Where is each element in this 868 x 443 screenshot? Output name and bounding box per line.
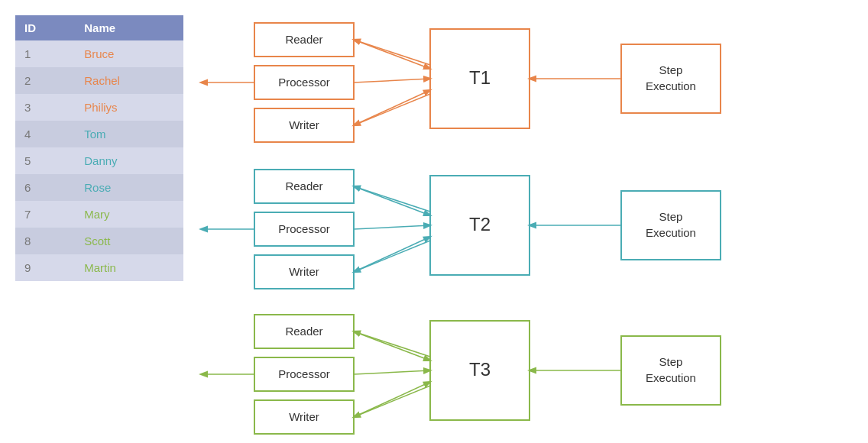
table-row: 7Mary [15, 201, 183, 228]
table-cell-id: 7 [15, 201, 75, 228]
svg-line-30 [354, 225, 430, 229]
table-cell-id: 9 [15, 254, 75, 281]
table-cell-id: 2 [15, 67, 75, 94]
svg-line-48 [354, 370, 430, 374]
svg-line-51 [354, 386, 430, 417]
svg-text:Processor: Processor [278, 76, 330, 89]
svg-text:Execution: Execution [646, 226, 696, 239]
col-header-id: ID [15, 15, 75, 40]
svg-text:Reader: Reader [285, 179, 322, 192]
table-cell-name: Rachel [75, 67, 183, 94]
table-cell-id: 3 [15, 94, 75, 121]
svg-rect-26 [621, 191, 721, 260]
table-cell-id: 6 [15, 174, 75, 201]
table-cell-name: Bruce [75, 40, 183, 67]
svg-line-50 [354, 331, 430, 357]
svg-rect-44 [621, 336, 721, 405]
svg-text:Processor: Processor [278, 367, 330, 380]
col-header-name: Name [75, 15, 183, 40]
table-row: 2Rachel [15, 67, 183, 94]
svg-text:Writer: Writer [289, 410, 319, 423]
diagram-area: Reader Processor Writer T1 Step Executio… [191, 8, 860, 435]
svg-line-12 [354, 79, 430, 82]
table-cell-id: 8 [15, 228, 75, 254]
table-cell-name: Scott [75, 228, 183, 254]
svg-text:Step: Step [659, 63, 683, 76]
svg-text:Writer: Writer [289, 265, 319, 278]
table-row: 5Danny [15, 147, 183, 174]
table-row: 6Rose [15, 174, 183, 201]
svg-text:Reader: Reader [285, 325, 322, 338]
svg-line-14 [354, 40, 430, 65]
data-table: ID Name 1Bruce2Rachel3Philiys4Tom5Danny6… [15, 15, 183, 281]
table-cell-id: 4 [15, 121, 75, 147]
table-row: 4Tom [15, 121, 183, 147]
table-row: 9Martin [15, 254, 183, 281]
svg-text:Step: Step [659, 355, 683, 368]
svg-line-33 [354, 241, 430, 272]
table-row: 1Bruce [15, 40, 183, 67]
svg-rect-8 [621, 44, 721, 113]
svg-text:T1: T1 [469, 67, 491, 88]
table-cell-name: Danny [75, 147, 183, 174]
table-cell-name: Philiys [75, 94, 183, 121]
svg-text:Step: Step [659, 210, 683, 223]
table-cell-id: 1 [15, 40, 75, 67]
table-cell-name: Martin [75, 254, 183, 281]
table-cell-name: Rose [75, 174, 183, 201]
svg-line-15 [354, 94, 430, 125]
svg-text:Processor: Processor [278, 222, 330, 235]
svg-text:Execution: Execution [646, 371, 696, 384]
table-row: 3Philiys [15, 94, 183, 121]
svg-text:Writer: Writer [289, 118, 319, 131]
table-cell-id: 5 [15, 147, 75, 174]
svg-line-32 [354, 186, 430, 212]
table-row: 8Scott [15, 228, 183, 254]
svg-text:T2: T2 [469, 214, 491, 234]
table-cell-name: Mary [75, 201, 183, 228]
table-cell-name: Tom [75, 121, 183, 147]
svg-text:T3: T3 [469, 359, 491, 380]
svg-text:Reader: Reader [285, 33, 322, 46]
svg-text:Execution: Execution [646, 79, 696, 92]
